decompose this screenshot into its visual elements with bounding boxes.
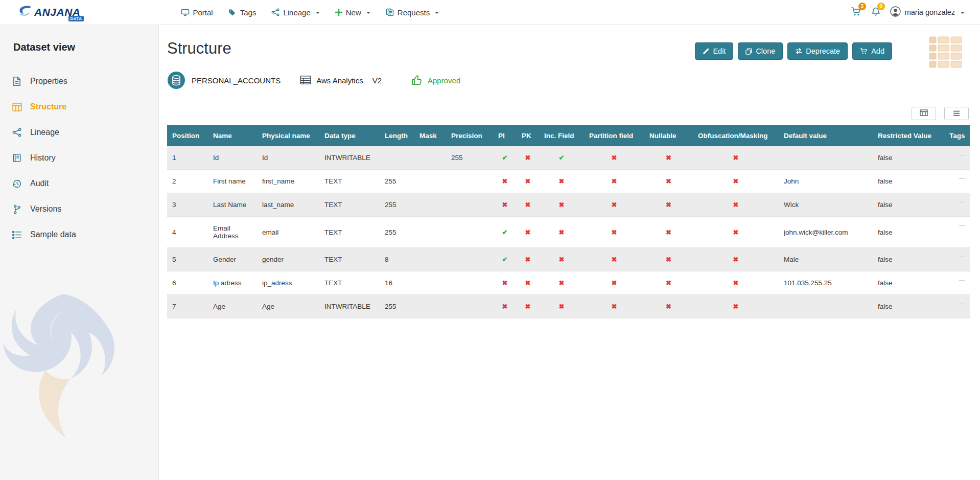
nav-requests-label: Requests	[398, 8, 430, 17]
cell-precision	[446, 217, 493, 248]
list-view-icon	[953, 110, 960, 118]
nav-requests[interactable]: Requests	[386, 8, 439, 17]
cell-position: 2	[167, 170, 208, 193]
lineage-icon	[271, 8, 279, 16]
add-button[interactable]: Add	[852, 42, 892, 60]
sidebar-item-lineage[interactable]: Lineage	[0, 120, 158, 145]
cell-inc-field: ✖	[539, 217, 584, 248]
cross-icon: ✖	[666, 228, 671, 236]
cell-pk: ✖	[517, 248, 539, 271]
cell-mask	[414, 248, 446, 271]
top-navbar: ANJANA DATA Portal Tags Lineage	[0, 0, 980, 25]
user-menu[interactable]: maria gonzalez	[890, 6, 965, 19]
cross-icon: ✖	[666, 201, 671, 209]
deprecate-button[interactable]: Deprecate	[787, 42, 848, 60]
table-row[interactable]: 6Ip adressip_adressTEXT16✖✖✖✖✖✖101.035.2…	[167, 271, 970, 295]
sidebar-item-sample-data[interactable]: Sample data	[0, 222, 158, 247]
cell-partition-field: ✖	[584, 170, 644, 193]
cell-tags: —	[944, 193, 970, 217]
main-content: Structure Edit Clone	[159, 25, 980, 480]
column-header: Default value	[779, 125, 873, 146]
plus-icon	[335, 9, 342, 16]
structure-table: PositionNamePhysical nameData typeLength…	[167, 125, 970, 318]
cell-inc-field: ✖	[539, 271, 584, 295]
nav-portal[interactable]: Portal	[181, 8, 213, 17]
table-view-button[interactable]	[912, 107, 936, 120]
cell-pk: ✖	[517, 146, 539, 170]
cell-name: Id	[208, 146, 257, 170]
cell-physical-name: Age	[257, 295, 319, 318]
cross-icon: ✖	[559, 256, 565, 263]
sidebar-item-label: Properties	[30, 77, 67, 86]
sidebar-item-label: History	[30, 153, 56, 163]
cell-partition-field: ✖	[584, 248, 644, 271]
cell-length: 8	[380, 248, 414, 271]
cell-pk: ✖	[517, 217, 539, 248]
sidebar-item-history[interactable]: History	[0, 145, 158, 171]
cross-icon: ✖	[612, 201, 617, 209]
cell-physical-name: gender	[257, 248, 319, 271]
clone-button[interactable]: Clone	[738, 42, 783, 60]
view-toggles	[167, 107, 969, 120]
cell-data-type: INTWRITABLE	[319, 295, 380, 318]
cell-mask	[414, 295, 446, 318]
chevron-down-icon	[435, 12, 439, 14]
column-header: Nullable	[644, 125, 693, 146]
table-row[interactable]: 2First namefirst_nameTEXT255✖✖✖✖✖✖Johnfa…	[167, 170, 970, 193]
nav-new-label: New	[346, 8, 361, 17]
cart-button[interactable]: 3	[851, 7, 861, 18]
cell-mask	[414, 193, 446, 217]
cell-tags: —	[944, 217, 970, 248]
cell-nullable: ✖	[644, 248, 693, 271]
sidebar-item-properties[interactable]: Properties	[0, 68, 158, 94]
column-header: Restricted Value	[873, 125, 944, 146]
chevron-down-icon	[366, 12, 370, 14]
column-header: Length	[380, 125, 414, 146]
nav-new[interactable]: New	[335, 8, 370, 17]
notifications-button[interactable]: 0	[871, 7, 880, 18]
cell-data-type: TEXT	[319, 217, 380, 248]
app-root: ANJANA DATA Portal Tags Lineage	[0, 0, 980, 480]
cell-default-value: John	[779, 170, 873, 193]
dataset-platform: Aws Analytics	[316, 76, 363, 85]
tag-placeholder: —	[959, 277, 965, 283]
check-icon: ✔	[502, 256, 508, 263]
cell-name: Gender	[208, 248, 257, 271]
tag-placeholder: —	[959, 222, 965, 228]
edit-button[interactable]: Edit	[695, 42, 733, 60]
cell-length: 255	[380, 295, 414, 318]
sidebar-item-versions[interactable]: Versions	[0, 196, 158, 222]
table-row[interactable]: 3Last Namelast_nameTEXT255✖✖✖✖✖✖Wickfals…	[167, 193, 970, 217]
table-row[interactable]: 4Email AddressemailTEXT255✔✖✖✖✖✖john.wic…	[167, 217, 970, 248]
table-row[interactable]: 5GendergenderTEXT8✔✖✖✖✖✖Malefalse—	[167, 248, 970, 271]
nav-tags[interactable]: Tags	[228, 8, 256, 17]
column-header: Position	[167, 125, 208, 146]
branch-icon	[11, 204, 22, 214]
sidebar-item-label: Audit	[30, 179, 49, 188]
cross-icon: ✖	[666, 177, 671, 185]
nav-portal-label: Portal	[193, 8, 213, 17]
logo-subtext: DATA	[68, 16, 83, 21]
tag-placeholder: —	[959, 151, 965, 157]
nav-lineage[interactable]: Lineage	[271, 8, 319, 17]
cell-mask	[414, 217, 446, 248]
cell-pi: ✔	[493, 146, 517, 170]
list-view-button[interactable]	[944, 107, 969, 120]
app-logo[interactable]: ANJANA DATA	[17, 5, 81, 20]
cross-icon: ✖	[666, 279, 671, 287]
cell-partition-field: ✖	[584, 271, 644, 295]
cell-tags: —	[944, 146, 970, 170]
sidebar-item-audit[interactable]: Audit	[0, 171, 158, 196]
sidebar-item-structure[interactable]: Structure	[0, 94, 158, 120]
cross-icon: ✖	[525, 201, 531, 209]
cross-icon: ✖	[559, 279, 565, 287]
dataset-version: V2	[372, 76, 382, 85]
cross-icon: ✖	[733, 303, 739, 310]
cross-icon: ✖	[666, 303, 671, 310]
cell-precision	[446, 248, 493, 271]
edit-button-label: Edit	[713, 47, 726, 55]
table-row[interactable]: 1IdIdINTWRITABLE255✔✖✔✖✖✖false—	[167, 146, 970, 170]
cross-icon: ✖	[525, 279, 531, 287]
table-row[interactable]: 7AgeAgeINTWRITABLE255✖✖✖✖✖✖false—	[167, 295, 970, 318]
logo-swoosh-icon	[17, 5, 33, 20]
